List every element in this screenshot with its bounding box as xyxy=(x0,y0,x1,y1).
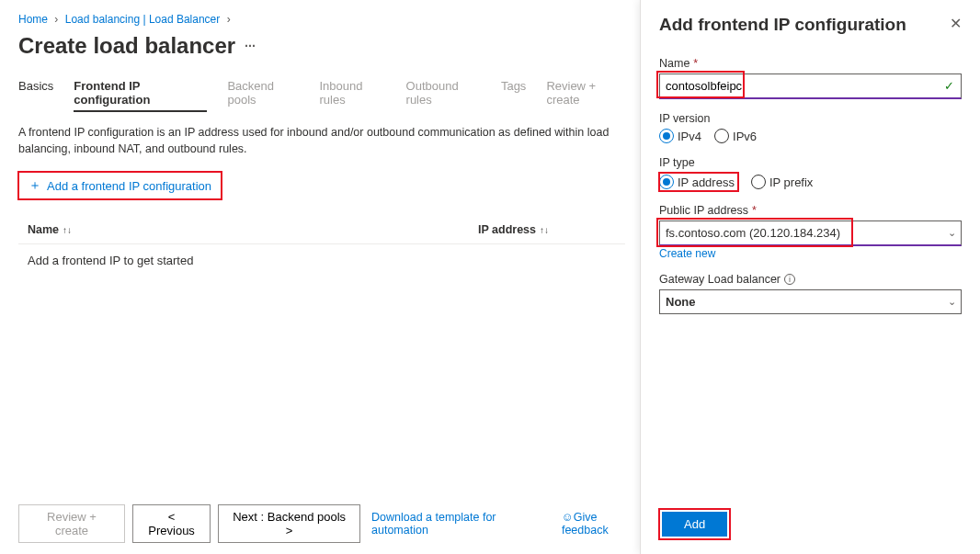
name-field-label: Name* xyxy=(659,57,962,70)
ipv4-radio[interactable]: IPv4 xyxy=(659,129,701,143)
tab-basics[interactable]: Basics xyxy=(18,75,53,112)
breadcrumb-home[interactable]: Home xyxy=(18,13,48,26)
tab-tags[interactable]: Tags xyxy=(501,75,526,112)
close-icon[interactable]: ✕ xyxy=(950,15,962,32)
panel-title: Add frontend IP configuration xyxy=(659,15,906,35)
tab-outbound-rules[interactable]: Outbound rules xyxy=(406,75,481,112)
sort-icon: ↑↓ xyxy=(540,225,549,235)
breadcrumb-load-balancing[interactable]: Load balancing | Load Balancer xyxy=(65,13,221,26)
info-icon[interactable]: i xyxy=(784,274,795,285)
more-icon[interactable]: ··· xyxy=(245,39,256,53)
download-template-link[interactable]: Download a template for automation xyxy=(371,511,549,537)
tabs-bar: Basics Frontend IP configuration Backend… xyxy=(18,75,625,112)
ip-version-label: IP version xyxy=(659,112,962,125)
previous-button[interactable]: < Previous xyxy=(132,504,211,543)
ip-prefix-radio[interactable]: IP prefix xyxy=(751,175,813,189)
page-title: Create load balancer ··· xyxy=(18,33,625,59)
review-create-button: Review + create xyxy=(18,504,125,543)
gateway-lb-label: Gateway Load balancer i xyxy=(659,273,962,286)
chevron-right-icon: › xyxy=(227,13,231,26)
plus-icon: ＋ xyxy=(28,177,41,194)
checkmark-icon: ✓ xyxy=(944,79,954,93)
column-ip-address[interactable]: IP address ↑↓ xyxy=(478,223,625,236)
column-name[interactable]: Name ↑↓ xyxy=(18,223,478,236)
ip-type-label: IP type xyxy=(659,156,962,169)
tab-backend-pools[interactable]: Backend pools xyxy=(227,75,299,112)
name-input[interactable] xyxy=(659,73,962,99)
create-new-link[interactable]: Create new xyxy=(659,247,715,260)
ipv6-radio[interactable]: IPv6 xyxy=(714,129,757,143)
tab-inbound-rules[interactable]: Inbound rules xyxy=(319,75,385,112)
chevron-right-icon: › xyxy=(54,13,58,26)
sort-icon: ↑↓ xyxy=(63,225,72,235)
tab-review-create[interactable]: Review + create xyxy=(546,75,625,112)
tab-frontend-ip[interactable]: Frontend IP configuration xyxy=(74,75,207,112)
tab-description: A frontend IP configuration is an IP add… xyxy=(18,125,625,157)
table-header: Name ↑↓ IP address ↑↓ xyxy=(18,216,625,244)
gateway-lb-select[interactable]: None xyxy=(659,289,962,314)
breadcrumb: Home › Load balancing | Load Balancer › xyxy=(18,9,625,29)
ip-address-radio[interactable]: IP address xyxy=(659,173,738,191)
add-frontend-ip-panel: Add frontend IP configuration ✕ Name* ✓ … xyxy=(640,0,980,554)
table-empty-row: Add a frontend IP to get started xyxy=(18,244,625,277)
add-button[interactable]: Add xyxy=(662,512,727,537)
public-ip-select[interactable]: fs.contoso.com (20.120.184.234) xyxy=(659,220,962,246)
next-button[interactable]: Next : Backend pools > xyxy=(218,504,360,543)
give-feedback-link[interactable]: ☺Give feedback xyxy=(562,511,644,537)
public-ip-label: Public IP address* xyxy=(659,204,962,217)
add-frontend-ip-button[interactable]: ＋ Add a frontend IP configuration xyxy=(18,172,222,199)
add-frontend-ip-label: Add a frontend IP configuration xyxy=(47,179,211,193)
wizard-footer: Review + create < Previous Next : Backen… xyxy=(18,504,644,543)
feedback-icon: ☺ xyxy=(562,511,574,524)
